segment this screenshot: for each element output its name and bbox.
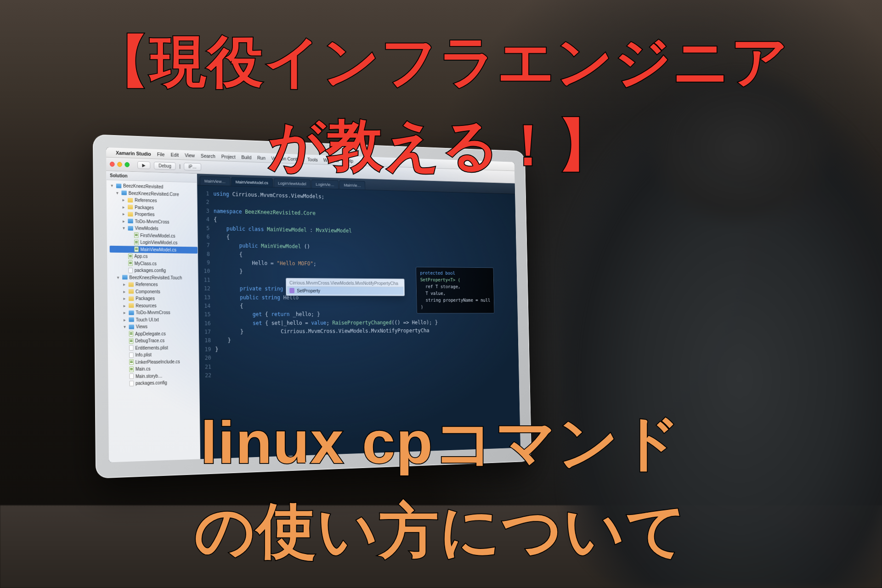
file-icon bbox=[130, 381, 134, 386]
code-editor[interactable]: MainView…MainViewModel.csLoginViewModelL… bbox=[197, 174, 520, 459]
csharp-file-icon bbox=[134, 247, 139, 252]
laptop-screen: Xamarin Studio File Edit View Search Pro… bbox=[106, 147, 520, 462]
tree-node-label: Packages bbox=[136, 295, 155, 302]
tree-node-label: AppDelegate.cs bbox=[135, 330, 166, 338]
tree-node-label: FirstViewModel.cs bbox=[140, 232, 175, 239]
window-controls[interactable] bbox=[110, 162, 130, 167]
tree-node[interactable]: ▾Views bbox=[110, 323, 198, 330]
tree-node[interactable]: ▾BeezKneezRevisited.Touch bbox=[110, 274, 198, 281]
folder-icon bbox=[128, 205, 133, 209]
tree-node[interactable]: AppDelegate.cs bbox=[110, 330, 198, 338]
tree-node-label: Info.plist bbox=[135, 351, 152, 359]
folder-icon bbox=[129, 317, 134, 322]
menu-edit[interactable]: Edit bbox=[170, 152, 179, 157]
folder-icon bbox=[128, 226, 133, 231]
tree-node-label: LinkerPleaseInclude.cs bbox=[136, 358, 180, 366]
menu-search[interactable]: Search bbox=[201, 153, 215, 159]
csharp-file-icon bbox=[128, 254, 133, 259]
tree-node-label: ViewModels bbox=[135, 225, 158, 232]
tree-node-label: packages.config bbox=[135, 267, 166, 274]
tree-node[interactable]: ▾ViewModels bbox=[109, 224, 197, 233]
tree-node-label: BeezKneezRevisited.Touch bbox=[129, 274, 182, 281]
editor-tab[interactable]: LoginVie… bbox=[311, 180, 339, 189]
tree-node-label: Resources bbox=[136, 302, 156, 309]
minimize-icon[interactable] bbox=[117, 162, 122, 167]
blurred-person bbox=[560, 64, 882, 588]
tree-node-label: App.cs bbox=[134, 253, 147, 260]
tree-node[interactable]: MyClass.cs bbox=[110, 260, 198, 267]
tree-node-label: Main.storyb… bbox=[136, 372, 163, 379]
folder-icon bbox=[129, 311, 134, 315]
menu-project[interactable]: Project bbox=[221, 153, 236, 159]
solution-tree[interactable]: ▾BeezKneezRevisited▾BeezKneezRevisited.C… bbox=[107, 180, 199, 389]
menu-tools[interactable]: Tools bbox=[307, 157, 318, 162]
tree-node-label: MyClass.cs bbox=[134, 260, 157, 267]
tree-node-label: Touch UI.txt bbox=[136, 316, 159, 323]
tree-node-label: MainViewModel.cs bbox=[140, 246, 176, 253]
file-icon bbox=[129, 352, 134, 358]
intellisense-item-label: SetProperty bbox=[297, 288, 320, 294]
config-selector[interactable]: Debug bbox=[154, 162, 176, 170]
tree-node-label: Entitlements.plist bbox=[135, 344, 168, 351]
tree-node-label: Packages bbox=[135, 204, 154, 211]
tree-node-label: Properties bbox=[135, 211, 154, 218]
tree-node-label: Components bbox=[136, 288, 160, 295]
tree-node[interactable]: packages.config bbox=[111, 379, 199, 387]
csharp-file-icon bbox=[129, 331, 134, 337]
menu-help[interactable]: Help bbox=[344, 158, 353, 164]
menu-vc[interactable]: Version Control bbox=[271, 155, 302, 162]
folder-icon bbox=[129, 303, 134, 308]
target-selector[interactable]: iP… bbox=[184, 163, 201, 171]
menu-build[interactable]: Build bbox=[241, 154, 251, 160]
csharp-file-icon bbox=[129, 359, 134, 365]
file-icon bbox=[129, 345, 134, 351]
folder-icon bbox=[128, 198, 133, 203]
tree-node[interactable]: ▸Packages bbox=[110, 295, 198, 302]
editor-tab[interactable]: MainViewModel.cs bbox=[231, 177, 273, 187]
menu-window[interactable]: Window bbox=[323, 157, 339, 163]
tree-node-label: ToDo-MvvmCross bbox=[135, 218, 169, 226]
tree-node[interactable]: ▸Components bbox=[110, 288, 198, 295]
tree-node-label: Main.cs bbox=[136, 365, 151, 373]
folder-icon bbox=[128, 219, 133, 223]
folder-icon bbox=[129, 324, 134, 329]
file-icon bbox=[130, 373, 134, 379]
editor-tab[interactable]: MainVie… bbox=[339, 180, 366, 189]
menu-run[interactable]: Run bbox=[257, 155, 266, 160]
intellisense-item[interactable]: SetProperty bbox=[287, 287, 404, 295]
intellisense-popup[interactable]: Cirrious.MvvmCross.ViewModels.MvxNotifyP… bbox=[286, 278, 405, 296]
folder-icon bbox=[129, 296, 134, 301]
signature-tooltip: protected bool SetProperty<T> ( ref T st… bbox=[416, 267, 495, 313]
tree-node[interactable]: ▸Resources bbox=[110, 302, 198, 309]
app-name: Xamarin Studio bbox=[116, 150, 151, 156]
csharp-file-icon bbox=[128, 260, 133, 266]
file-icon bbox=[128, 268, 133, 273]
editor-tab[interactable]: LoginViewModel bbox=[273, 178, 311, 188]
toolbar-sep: | bbox=[179, 164, 181, 169]
tree-node[interactable]: packages.config bbox=[110, 266, 198, 274]
menu-view[interactable]: View bbox=[185, 152, 195, 158]
editor-tab[interactable]: MainView… bbox=[200, 176, 231, 186]
tree-node-label: packages.config bbox=[136, 379, 167, 387]
zoom-icon[interactable] bbox=[124, 162, 130, 167]
tree-node[interactable]: ▸References bbox=[110, 281, 198, 288]
tree-node-label: References bbox=[136, 281, 158, 288]
tree-node[interactable]: ▸Touch UI.txt bbox=[110, 316, 198, 323]
menu-file[interactable]: File bbox=[157, 151, 165, 157]
close-icon[interactable] bbox=[110, 162, 115, 167]
csharp-file-icon bbox=[129, 367, 134, 372]
tree-node[interactable]: ▸ToDo-MvvmCross bbox=[110, 309, 198, 317]
folder-icon bbox=[122, 275, 128, 280]
run-button[interactable]: ▶ bbox=[137, 161, 150, 170]
folder-icon bbox=[121, 191, 127, 195]
tree-node-label: ToDo-MvvmCross bbox=[136, 309, 170, 316]
tree-node[interactable]: DebugTrace.cs bbox=[110, 337, 198, 345]
tree-node-label: Views bbox=[136, 323, 147, 330]
csharp-file-icon bbox=[129, 338, 134, 344]
intellisense-header: Cirrious.MvvmCross.ViewModels.MvxNotifyP… bbox=[287, 279, 404, 287]
tree-node-label: LoginViewModel.cs bbox=[140, 239, 177, 246]
solution-sidebar[interactable]: Solution ▾BeezKneezRevisited▾BeezKneezRe… bbox=[106, 171, 200, 462]
folder-icon bbox=[128, 212, 133, 216]
csharp-file-icon bbox=[134, 239, 139, 245]
folder-icon bbox=[129, 282, 134, 287]
